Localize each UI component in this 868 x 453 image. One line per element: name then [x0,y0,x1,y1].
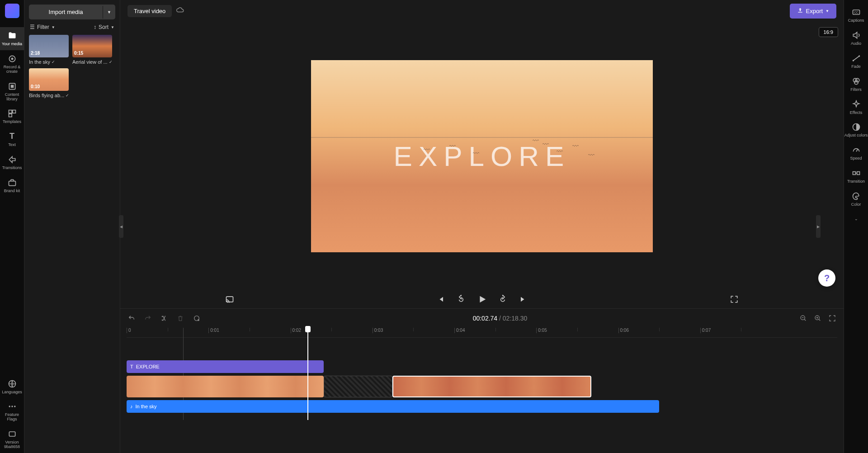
transition-icon [851,168,861,178]
app-logo[interactable] [5,4,19,18]
delete-button[interactable] [175,313,185,323]
skip-forward-button[interactable] [518,294,529,305]
nav-your-media[interactable]: Your media [0,27,24,50]
nav-label: Text [8,143,16,147]
video-clip-2[interactable] [392,376,591,397]
video-preview[interactable]: 〰 〰 〰 〰 〰 〰 〰 〰 EXPLORE [311,60,653,252]
undo-button[interactable] [127,313,137,323]
forward-button[interactable] [497,294,508,305]
palette-icon [851,191,861,201]
media-thumb[interactable]: 0:10 Birds flying ab...✓ [29,68,69,98]
import-media-caret[interactable]: ▼ [103,6,115,19]
filter-icon: ☰ [30,24,35,30]
fullscreen-button[interactable] [729,294,740,305]
ruler-mark: 0:01 [208,328,219,333]
prop-label: Speed [850,156,862,161]
sort-label: Sort [99,24,108,30]
skip-back-button[interactable] [435,294,446,305]
timeline-ruler[interactable]: 00:010:020:030:040:050:060:07 [127,328,837,338]
prop-label: Color [851,203,861,207]
svg-point-23 [859,55,860,57]
svg-point-1 [11,57,13,60]
templates-icon [7,109,17,118]
prop-effects[interactable]: Effects [844,96,868,119]
nav-content-library[interactable]: Content library [0,78,24,105]
prop-transition[interactable]: Transition [844,165,868,188]
svg-rect-7 [9,181,15,186]
svg-point-9 [11,406,13,407]
chevron-down-icon: ▼ [826,9,829,13]
ruler-mark: 0:06 [618,328,629,333]
ruler-mark: 0:05 [536,328,547,333]
import-media-label[interactable]: Import media [29,5,103,19]
nav-transitions[interactable]: Transitions [0,151,24,174]
export-label: Export [806,8,823,14]
svg-text:CC: CC [854,11,859,14]
collapse-media-panel[interactable]: ◀ [119,215,123,238]
clip-label: EXPLORE [136,364,160,369]
svg-point-22 [852,60,854,61]
crop-button[interactable] [192,313,202,323]
nav-templates[interactable]: Templates [0,105,24,128]
time-total: 02:18.30 [503,315,528,322]
cast-icon[interactable] [224,294,235,305]
nav-label: Feature Flags [0,413,24,422]
help-button[interactable]: ? [818,269,835,287]
import-media-button[interactable]: Import media ▼ [29,5,115,19]
prop-fade[interactable]: Fade [844,50,868,73]
media-thumb[interactable]: 0:15 Aerial view of ...✓ [72,35,112,65]
export-button[interactable]: Export ▼ [790,4,837,19]
zoom-fit-button[interactable] [827,313,837,323]
filter-button[interactable]: ☰ Filter ▼ [30,24,55,30]
fade-icon [851,53,861,63]
prop-audio[interactable]: Audio [844,27,868,50]
sort-button[interactable]: ↕ Sort ▼ [94,24,114,30]
aspect-ratio-button[interactable]: 16:9 [819,27,838,37]
prop-color[interactable]: Color [844,188,868,211]
clip-label: In the sky [136,404,157,409]
prop-speed[interactable]: Speed [844,142,868,165]
split-button[interactable] [159,313,169,323]
zoom-in-button[interactable] [813,313,823,323]
prop-adjust-colors[interactable]: Adjust colors [844,118,868,142]
gap-clip[interactable] [324,376,392,397]
svg-point-15 [162,320,163,321]
svg-rect-4 [9,110,12,113]
nav-label: Brand kit [4,189,20,193]
timecode: 00:02.74 / 02:18.30 [208,315,792,322]
nav-version[interactable]: Version 9ba8658 [0,425,24,453]
text-icon: T [130,364,133,369]
project-title-input[interactable]: Travel video [127,5,172,17]
nav-record-create[interactable]: Record & create [0,50,24,78]
nav-label: Languages [2,390,22,395]
cloud-sync-icon[interactable] [176,6,184,16]
record-icon [7,54,17,64]
prop-label: Effects [850,111,862,115]
nav-feature-flags[interactable]: Feature Flags [0,398,24,425]
text-clip[interactable]: T EXPLORE [127,360,324,373]
check-icon: ✓ [52,60,55,64]
rewind-button[interactable] [456,294,467,305]
play-button[interactable] [476,294,487,305]
version-icon [7,429,17,439]
sparkle-icon [851,99,861,109]
timeline-tracks[interactable]: T EXPLORE ♪ In the sky [120,338,844,420]
nav-brand-kit[interactable]: Brand kit [0,174,24,197]
nav-languages[interactable]: Languages [0,375,24,398]
chevron-down-icon: ▼ [111,25,114,29]
video-clip-1[interactable] [127,376,324,397]
media-thumb[interactable]: 2:18 In the sky✓ [29,35,69,65]
filters-icon [851,76,861,86]
svg-rect-5 [12,110,15,113]
audio-clip[interactable]: ♪ In the sky [127,400,659,413]
playhead[interactable] [307,328,308,420]
prop-filters[interactable]: Filters [844,73,868,96]
zoom-out-button[interactable] [798,313,808,323]
nav-text[interactable]: T Text [0,128,24,151]
collapse-right-panel[interactable]: ▶ [816,215,821,238]
right-properties-rail: CCCaptions Audio Fade Filters Effects Ad… [844,0,868,453]
prop-label: Captions [848,19,864,23]
prop-captions[interactable]: CCCaptions [844,4,868,27]
prop-more[interactable]: ⌄ [844,211,868,229]
redo-button[interactable] [143,313,153,323]
